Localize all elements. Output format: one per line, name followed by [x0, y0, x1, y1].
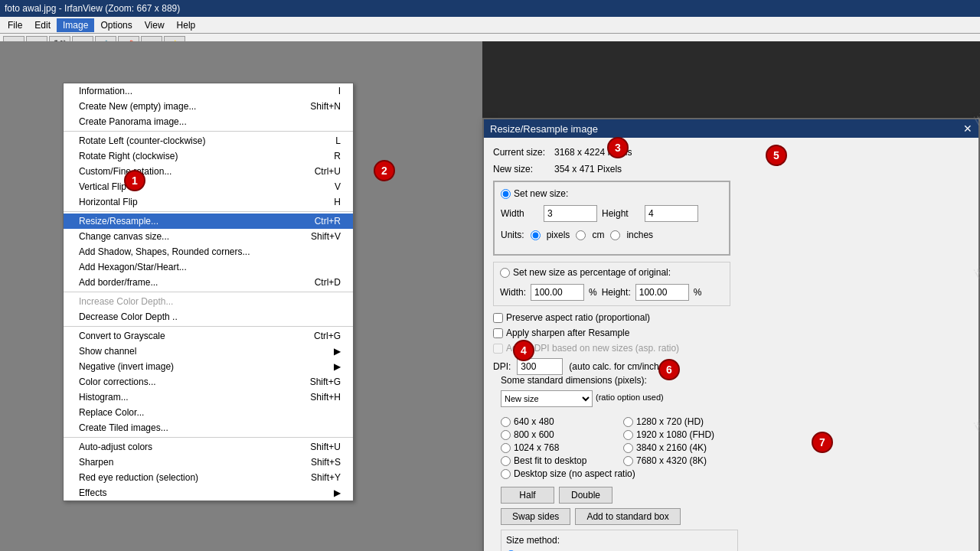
new-size-dropdown[interactable]: New size [501, 390, 593, 407]
main-area: itkoding itkoding itkoding itkoding itko… [0, 41, 980, 551]
set-new-size-radio[interactable] [501, 189, 511, 199]
dim-3840-label: 3840 x 2160 (4K) [636, 442, 707, 453]
add-to-standard-box-button[interactable]: Add to standard box [575, 508, 680, 525]
dialog-right-panel: Some standard dimensions (pixels): New s… [493, 375, 738, 551]
sep-3 [64, 292, 353, 292]
title-text: foto awal.jpg - IrfanView (Zoom: 667 x 8… [5, 3, 180, 14]
dim-1024-radio[interactable] [501, 443, 511, 453]
menu-rotate-right[interactable]: Rotate Right (clockwise) R [64, 148, 353, 164]
dpi-label: DPI: [493, 361, 511, 372]
set-percent-radio[interactable] [500, 268, 510, 278]
units-row: Units: pixels cm inches [501, 230, 723, 240]
menu-rotate-left[interactable]: Rotate Left (counter-clockwise) L [64, 133, 353, 148]
dpi-row: DPI: (auto calc. for cm/inches) [493, 358, 730, 375]
set-percent-label: Set new size as percentage of original: [513, 267, 671, 278]
menu-histogram[interactable]: Histogram... Shift+H [64, 390, 353, 405]
dialog-close-button[interactable]: ✕ [963, 122, 972, 135]
dim-1280-radio[interactable] [623, 417, 633, 427]
dim-800-label: 800 x 600 [514, 429, 554, 440]
menu-custom-rotation[interactable]: Custom/Fine rotation... Ctrl+U [64, 164, 353, 179]
percent-width-input[interactable] [531, 284, 584, 301]
dim-1920: 1920 x 1080 (FHD) [623, 429, 738, 440]
menu-auto-adjust[interactable]: Auto-adjust colors Shift+U [64, 439, 353, 455]
width-input[interactable] [544, 205, 597, 222]
menu-add-border[interactable]: Add border/frame... Ctrl+D [64, 275, 353, 290]
dim-3840-radio[interactable] [623, 443, 633, 453]
double-button[interactable]: Double [559, 487, 612, 504]
annotation-7: 7 [812, 432, 833, 453]
sep-5 [64, 437, 353, 438]
swap-sides-button[interactable]: Swap sides [501, 508, 570, 525]
dim-desktop: Desktop size (no aspect ratio) [501, 468, 738, 479]
menu-image[interactable]: Image [57, 18, 94, 32]
menu-tiled[interactable]: Create Tiled images... [64, 420, 353, 435]
set-new-size-radio-group: Set new size: [501, 188, 723, 199]
menu-red-eye[interactable]: Red eye reduction (selection) Shift+Y [64, 470, 353, 485]
new-size-value: 354 x 471 Pixels [554, 164, 622, 174]
set-new-size-label: Set new size: [514, 188, 568, 199]
percent-section: Set new size as percentage of original: … [493, 262, 730, 306]
image-dropdown-menu: Information... I Create New (empty) imag… [63, 83, 354, 501]
menu-add-hexagon[interactable]: Add Hexagon/Star/Heart... [64, 259, 353, 275]
menu-vertical-flip[interactable]: Vertical Flip V [64, 179, 353, 194]
unit-inches-radio[interactable] [610, 230, 620, 240]
menu-resize-resample[interactable]: Resize/Resample... Ctrl+R [64, 214, 353, 229]
menu-horizontal-flip[interactable]: Horizontal Flip H [64, 194, 353, 210]
dim-800-radio[interactable] [501, 430, 511, 440]
dialog-title-text: Resize/Resample image [490, 123, 598, 135]
menu-show-channel[interactable]: Show channel ▶ [64, 344, 353, 359]
height-input[interactable] [645, 205, 698, 222]
menu-options[interactable]: Options [94, 18, 138, 32]
dim-7680-radio[interactable] [623, 456, 633, 466]
menu-create-new[interactable]: Create New (empty) image... Shift+N [64, 99, 353, 114]
dim-bestfit-radio[interactable] [501, 456, 511, 466]
menu-effects[interactable]: Effects ▶ [64, 485, 353, 500]
menu-add-shadow[interactable]: Add Shadow, Shapes, Rounded corners... [64, 244, 353, 259]
preserve-aspect-checkbox[interactable] [493, 313, 503, 323]
menu-increase-color[interactable]: Increase Color Depth... [64, 294, 353, 309]
autocalc-label: (auto calc. for cm/inches) [569, 361, 671, 372]
unit-pixels-radio[interactable] [531, 230, 541, 240]
dialog-titlebar: Resize/Resample image ✕ [484, 119, 978, 138]
menu-sharpen[interactable]: Sharpen Shift+S [64, 455, 353, 470]
size-inputs-row: Width Height [501, 205, 723, 222]
units-label: Units: [501, 230, 524, 240]
dim-bestfit-label: Best fit to desktop [514, 455, 586, 466]
percent-sign-1: % [589, 287, 597, 298]
menu-help[interactable]: Help [171, 18, 202, 32]
dim-desktop-radio[interactable] [501, 469, 511, 479]
menu-negative[interactable]: Negative (invert image) ▶ [64, 359, 353, 374]
dialog-body: Current size: 3168 x 4224 Pixels New siz… [484, 138, 978, 551]
dim-1920-label: 1920 x 1080 (FHD) [636, 429, 714, 440]
menu-replace-color[interactable]: Replace Color... [64, 405, 353, 420]
dim-bestfit: Best fit to desktop [501, 455, 616, 466]
height-label: Height [602, 208, 640, 219]
menu-grayscale[interactable]: Convert to Grayscale Ctrl+G [64, 328, 353, 344]
dim-1920-radio[interactable] [623, 430, 633, 440]
dim-1024: 1024 x 768 [501, 442, 616, 453]
resize-dialog: Resize/Resample image ✕ Current size: 31… [482, 118, 980, 551]
menu-color-corrections[interactable]: Color corrections... Shift+G [64, 374, 353, 390]
sep-1 [64, 131, 353, 132]
menu-decrease-color[interactable]: Decrease Color Depth .. [64, 309, 353, 324]
menu-change-canvas[interactable]: Change canvas size... Shift+V [64, 229, 353, 244]
percent-radio-group: Set new size as percentage of original: [500, 267, 724, 278]
unit-cm-radio[interactable] [576, 230, 586, 240]
annotation-4: 4 [513, 340, 534, 361]
menu-information[interactable]: Information... I [64, 83, 353, 99]
percent-height-input[interactable] [635, 284, 689, 301]
menu-view[interactable]: View [139, 18, 171, 32]
half-button[interactable]: Half [501, 487, 554, 504]
apply-sharpen-checkbox[interactable] [493, 328, 503, 338]
menu-edit[interactable]: Edit [28, 18, 57, 32]
apply-sharpen-label: Apply sharpen after Resample [506, 328, 629, 338]
current-size-label: Current size: [493, 147, 554, 158]
apply-sharpen-row: Apply sharpen after Resample [493, 328, 730, 338]
dim-640-radio[interactable] [501, 417, 511, 427]
menu-file[interactable]: File [2, 18, 28, 32]
width-label: Width [501, 208, 539, 219]
title-bar: foto awal.jpg - IrfanView (Zoom: 667 x 8… [0, 0, 980, 17]
size-method-title: Size method: [506, 535, 733, 546]
menu-create-panorama[interactable]: Create Panorama image... [64, 114, 353, 129]
adjust-dpi-checkbox[interactable] [493, 344, 503, 354]
